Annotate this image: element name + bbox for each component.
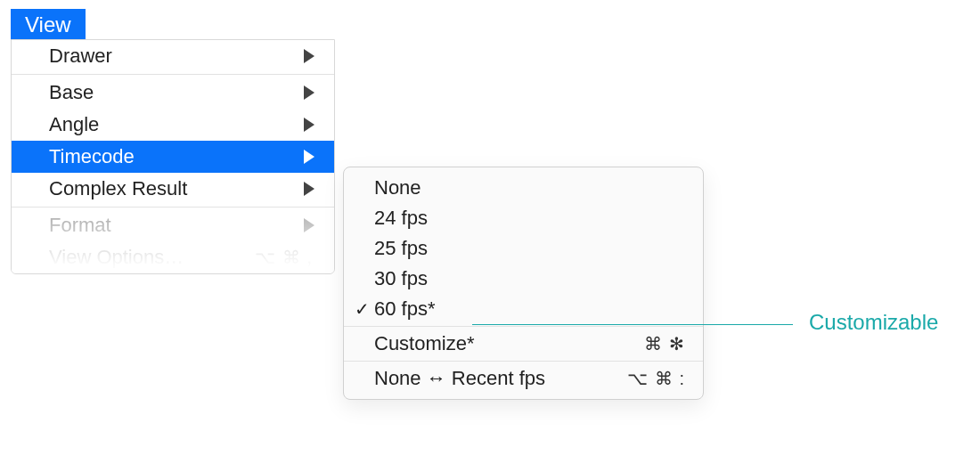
submenu-arrow-icon [304,118,314,132]
menu-item-shortcut: ⌥ ⌘ , [255,247,313,268]
menu-separator [12,74,334,75]
submenu-arrow-icon [304,150,314,164]
menu-item-label: Base [49,81,297,104]
submenu-item-label: 25 fps [374,237,685,260]
submenu-item-label: Customize* [374,332,644,355]
menu-separator [12,207,334,208]
submenu-arrow-icon [304,182,314,196]
menu-item-base[interactable]: Base [12,77,334,109]
menu-item-angle[interactable]: Angle [12,109,334,141]
submenu-item-shortcut: ⌥ ⌘ : [627,368,685,389]
menu-item-label: View Options… [49,246,255,269]
submenu-item-24fps[interactable]: 24 fps [344,203,703,233]
submenu-item-label: 60 fps* [374,297,685,321]
menu-item-timecode[interactable]: Timecode [12,141,334,173]
submenu-item-label: None [374,176,685,199]
timecode-submenu: None 24 fps 25 fps 30 fps ✓ 60 fps* Cust… [343,167,704,400]
submenu-item-30fps[interactable]: 30 fps [344,264,703,294]
submenu-item-label: 24 fps [374,207,685,230]
menu-separator [344,361,703,362]
menu-item-label: Angle [49,113,297,136]
submenu-item-customize[interactable]: Customize* ⌘ ✻ [344,329,703,359]
submenu-item-shortcut: ⌘ ✻ [644,333,685,354]
submenu-item-60fps[interactable]: ✓ 60 fps* [344,294,703,324]
submenu-item-label: None ↔ Recent fps [374,367,627,390]
menu-item-label: Format [49,214,297,237]
menu-item-format: Format [12,209,334,241]
menu-item-label: Complex Result [49,177,297,200]
view-menu: Drawer Base Angle Timecode Complex Resul… [11,39,335,274]
submenu-item-none-recent-toggle[interactable]: None ↔ Recent fps ⌥ ⌘ : [344,363,703,394]
menu-item-label: Drawer [49,45,297,68]
menu-item-view-options: View Options… ⌥ ⌘ , [12,241,334,273]
annotation-line [472,324,793,325]
submenu-item-none[interactable]: None [344,173,703,203]
submenu-arrow-icon [304,218,314,232]
submenu-item-label: 30 fps [374,267,685,290]
menu-item-label: Timecode [49,145,297,168]
menu-item-complex-result[interactable]: Complex Result [12,173,334,205]
submenu-arrow-icon [304,85,314,100]
menubar-view-label: View [25,12,71,37]
submenu-arrow-icon [304,49,314,63]
annotation-customizable: Customizable [809,310,938,335]
menu-item-drawer[interactable]: Drawer [12,40,334,72]
menubar-view[interactable]: View [11,9,86,42]
check-icon: ✓ [355,298,374,320]
menu-separator [344,326,703,327]
submenu-item-25fps[interactable]: 25 fps [344,233,703,264]
